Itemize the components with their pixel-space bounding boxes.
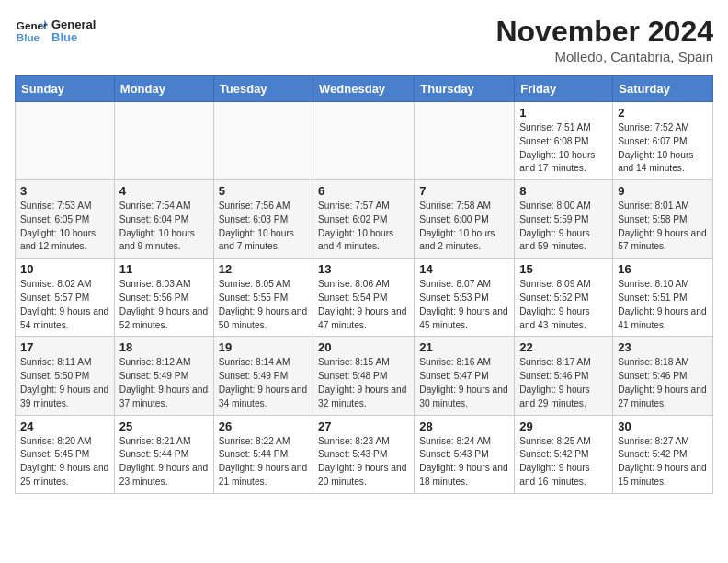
calendar-cell: 28Sunrise: 8:24 AM Sunset: 5:43 PM Dayli… xyxy=(415,415,515,493)
day-info: Sunrise: 8:23 AM Sunset: 5:43 PM Dayligh… xyxy=(318,435,409,489)
calendar-week-row: 17Sunrise: 8:11 AM Sunset: 5:50 PM Dayli… xyxy=(16,337,713,415)
calendar-cell: 6Sunrise: 7:57 AM Sunset: 6:02 PM Daylig… xyxy=(313,180,415,259)
calendar-cell: 27Sunrise: 8:23 AM Sunset: 5:43 PM Dayli… xyxy=(313,415,415,493)
calendar-cell: 23Sunrise: 8:18 AM Sunset: 5:46 PM Dayli… xyxy=(613,337,713,415)
calendar-cell: 29Sunrise: 8:25 AM Sunset: 5:42 PM Dayli… xyxy=(515,415,613,493)
day-info: Sunrise: 7:52 AM Sunset: 6:07 PM Dayligh… xyxy=(618,121,708,176)
day-number: 14 xyxy=(419,262,509,276)
calendar-cell: 2Sunrise: 7:52 AM Sunset: 6:07 PM Daylig… xyxy=(613,102,713,180)
day-number: 20 xyxy=(318,340,409,354)
day-number: 1 xyxy=(519,106,608,120)
day-info: Sunrise: 7:56 AM Sunset: 6:03 PM Dayligh… xyxy=(219,200,308,254)
calendar-cell: 24Sunrise: 8:20 AM Sunset: 5:45 PM Dayli… xyxy=(16,415,115,493)
day-number: 4 xyxy=(119,184,209,198)
calendar-cell xyxy=(16,102,115,180)
day-info: Sunrise: 7:54 AM Sunset: 6:04 PM Dayligh… xyxy=(119,200,209,254)
day-number: 13 xyxy=(318,262,409,276)
calendar-cell: 25Sunrise: 8:21 AM Sunset: 5:44 PM Dayli… xyxy=(114,415,213,493)
month-year-title: November 2024 xyxy=(495,15,713,49)
calendar-cell: 7Sunrise: 7:58 AM Sunset: 6:00 PM Daylig… xyxy=(415,180,515,259)
day-info: Sunrise: 7:58 AM Sunset: 6:00 PM Dayligh… xyxy=(419,200,509,254)
day-number: 7 xyxy=(419,184,509,198)
svg-text:Blue: Blue xyxy=(17,31,40,43)
day-number: 2 xyxy=(618,106,708,120)
logo-blue: Blue xyxy=(51,31,96,44)
day-info: Sunrise: 8:11 AM Sunset: 5:50 PM Dayligh… xyxy=(20,356,109,410)
calendar-cell: 18Sunrise: 8:12 AM Sunset: 5:49 PM Dayli… xyxy=(114,337,213,415)
day-number: 15 xyxy=(519,262,608,276)
calendar-cell: 26Sunrise: 8:22 AM Sunset: 5:44 PM Dayli… xyxy=(213,415,313,493)
day-info: Sunrise: 8:14 AM Sunset: 5:49 PM Dayligh… xyxy=(219,356,308,410)
day-info: Sunrise: 8:01 AM Sunset: 5:58 PM Dayligh… xyxy=(618,200,708,254)
day-info: Sunrise: 8:25 AM Sunset: 5:42 PM Dayligh… xyxy=(519,435,608,489)
calendar-cell: 30Sunrise: 8:27 AM Sunset: 5:42 PM Dayli… xyxy=(613,415,713,493)
day-info: Sunrise: 7:51 AM Sunset: 6:08 PM Dayligh… xyxy=(519,121,608,176)
day-info: Sunrise: 8:18 AM Sunset: 5:46 PM Dayligh… xyxy=(618,356,708,410)
day-number: 11 xyxy=(119,262,209,276)
location-subtitle: Molledo, Cantabria, Spain xyxy=(495,49,713,64)
day-number: 3 xyxy=(20,184,109,198)
day-info: Sunrise: 8:03 AM Sunset: 5:56 PM Dayligh… xyxy=(119,278,209,332)
calendar-cell: 16Sunrise: 8:10 AM Sunset: 5:51 PM Dayli… xyxy=(613,259,713,337)
calendar-header-row: SundayMondayTuesdayWednesdayThursdayFrid… xyxy=(16,76,713,102)
weekday-header-wednesday: Wednesday xyxy=(313,76,415,102)
calendar-cell xyxy=(213,102,313,180)
day-info: Sunrise: 7:53 AM Sunset: 6:05 PM Dayligh… xyxy=(20,200,109,254)
page-header: General Blue General Blue November 2024 … xyxy=(15,15,713,64)
calendar-cell xyxy=(114,102,213,180)
day-number: 12 xyxy=(219,262,308,276)
day-info: Sunrise: 8:10 AM Sunset: 5:51 PM Dayligh… xyxy=(618,278,708,332)
weekday-header-saturday: Saturday xyxy=(613,76,713,102)
logo-icon: General Blue xyxy=(15,15,48,48)
logo: General Blue General Blue xyxy=(15,15,96,48)
day-info: Sunrise: 8:16 AM Sunset: 5:47 PM Dayligh… xyxy=(419,356,509,410)
title-block: November 2024 Molledo, Cantabria, Spain xyxy=(495,15,713,64)
weekday-header-sunday: Sunday xyxy=(16,76,115,102)
day-number: 22 xyxy=(519,340,608,354)
day-number: 28 xyxy=(419,419,509,433)
day-number: 9 xyxy=(618,184,708,198)
calendar-cell: 4Sunrise: 7:54 AM Sunset: 6:04 PM Daylig… xyxy=(114,180,213,259)
calendar-week-row: 1Sunrise: 7:51 AM Sunset: 6:08 PM Daylig… xyxy=(16,102,713,180)
day-number: 30 xyxy=(618,419,708,433)
weekday-header-monday: Monday xyxy=(114,76,213,102)
day-number: 8 xyxy=(519,184,608,198)
calendar-cell: 22Sunrise: 8:17 AM Sunset: 5:46 PM Dayli… xyxy=(515,337,613,415)
day-number: 23 xyxy=(618,340,708,354)
day-number: 10 xyxy=(20,262,109,276)
day-info: Sunrise: 8:17 AM Sunset: 5:46 PM Dayligh… xyxy=(519,356,608,410)
day-number: 5 xyxy=(219,184,308,198)
day-number: 6 xyxy=(318,184,409,198)
weekday-header-tuesday: Tuesday xyxy=(213,76,313,102)
calendar-cell: 21Sunrise: 8:16 AM Sunset: 5:47 PM Dayli… xyxy=(415,337,515,415)
day-number: 17 xyxy=(20,340,109,354)
day-info: Sunrise: 7:57 AM Sunset: 6:02 PM Dayligh… xyxy=(318,200,409,254)
day-number: 19 xyxy=(219,340,308,354)
calendar-cell: 9Sunrise: 8:01 AM Sunset: 5:58 PM Daylig… xyxy=(613,180,713,259)
calendar-cell: 19Sunrise: 8:14 AM Sunset: 5:49 PM Dayli… xyxy=(213,337,313,415)
calendar-cell: 3Sunrise: 7:53 AM Sunset: 6:05 PM Daylig… xyxy=(16,180,115,259)
day-number: 21 xyxy=(419,340,509,354)
day-info: Sunrise: 8:27 AM Sunset: 5:42 PM Dayligh… xyxy=(618,435,708,489)
calendar-table: SundayMondayTuesdayWednesdayThursdayFrid… xyxy=(15,75,713,494)
weekday-header-friday: Friday xyxy=(515,76,613,102)
day-info: Sunrise: 8:09 AM Sunset: 5:52 PM Dayligh… xyxy=(519,278,608,332)
day-info: Sunrise: 8:00 AM Sunset: 5:59 PM Dayligh… xyxy=(519,200,608,254)
calendar-cell xyxy=(313,102,415,180)
day-number: 18 xyxy=(119,340,209,354)
calendar-week-row: 3Sunrise: 7:53 AM Sunset: 6:05 PM Daylig… xyxy=(16,180,713,259)
day-number: 25 xyxy=(119,419,209,433)
calendar-cell: 8Sunrise: 8:00 AM Sunset: 5:59 PM Daylig… xyxy=(515,180,613,259)
calendar-cell: 5Sunrise: 7:56 AM Sunset: 6:03 PM Daylig… xyxy=(213,180,313,259)
calendar-cell: 11Sunrise: 8:03 AM Sunset: 5:56 PM Dayli… xyxy=(114,259,213,337)
day-info: Sunrise: 8:20 AM Sunset: 5:45 PM Dayligh… xyxy=(20,435,109,489)
calendar-cell: 12Sunrise: 8:05 AM Sunset: 5:55 PM Dayli… xyxy=(213,259,313,337)
calendar-cell: 10Sunrise: 8:02 AM Sunset: 5:57 PM Dayli… xyxy=(16,259,115,337)
day-info: Sunrise: 8:22 AM Sunset: 5:44 PM Dayligh… xyxy=(219,435,308,489)
day-number: 27 xyxy=(318,419,409,433)
day-info: Sunrise: 8:02 AM Sunset: 5:57 PM Dayligh… xyxy=(20,278,109,332)
calendar-cell: 20Sunrise: 8:15 AM Sunset: 5:48 PM Dayli… xyxy=(313,337,415,415)
weekday-header-thursday: Thursday xyxy=(415,76,515,102)
calendar-cell xyxy=(415,102,515,180)
calendar-cell: 1Sunrise: 7:51 AM Sunset: 6:08 PM Daylig… xyxy=(515,102,613,180)
